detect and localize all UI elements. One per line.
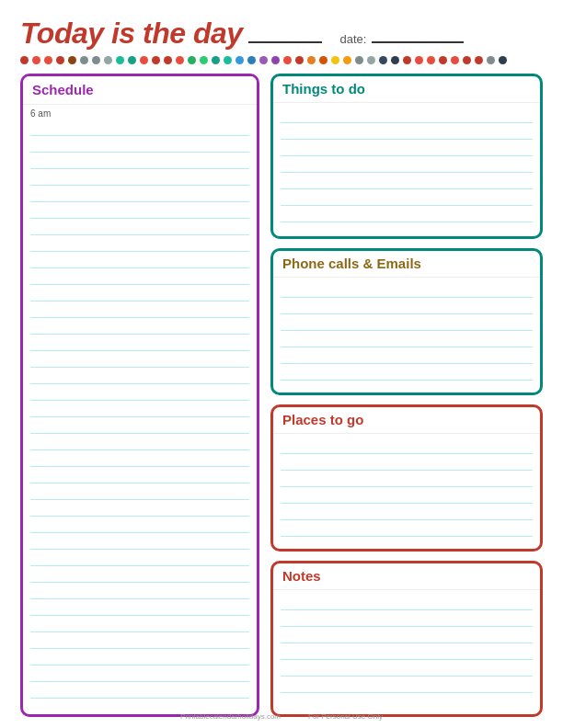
dot xyxy=(343,56,351,64)
things-line xyxy=(281,156,533,173)
schedule-line xyxy=(30,252,249,268)
schedule-line xyxy=(30,351,249,368)
schedule-lines[interactable]: 6 am xyxy=(23,105,257,710)
phone-line xyxy=(281,281,533,298)
dot xyxy=(56,56,64,64)
schedule-line xyxy=(30,169,249,186)
dot xyxy=(367,56,375,64)
schedule-box: Schedule 6 am xyxy=(20,74,259,717)
dot xyxy=(92,56,100,64)
schedule-line xyxy=(30,566,249,583)
schedule-line xyxy=(30,368,249,384)
schedule-line xyxy=(30,417,249,434)
schedule-line xyxy=(30,599,249,616)
schedule-line xyxy=(30,301,249,318)
dot xyxy=(247,56,256,64)
schedule-line xyxy=(30,616,249,632)
notes-title: Notes xyxy=(282,568,321,584)
dot xyxy=(391,56,399,64)
notes-line xyxy=(281,627,533,643)
schedule-line xyxy=(30,202,249,219)
schedule-line xyxy=(30,318,249,335)
schedule-line xyxy=(30,682,249,699)
dot xyxy=(212,56,220,64)
schedule-column: Schedule 6 am xyxy=(20,74,259,717)
places-line xyxy=(281,487,533,504)
schedule-line xyxy=(30,268,249,285)
things-line xyxy=(281,222,533,233)
things-line xyxy=(281,189,533,206)
places-line xyxy=(281,471,533,487)
dot xyxy=(236,56,244,64)
schedule-line xyxy=(30,119,249,136)
places-lines[interactable] xyxy=(273,434,540,546)
dot xyxy=(104,56,112,64)
dot xyxy=(140,56,148,64)
dot xyxy=(331,56,339,64)
dot xyxy=(200,56,208,64)
dot xyxy=(32,56,40,64)
notes-line xyxy=(281,677,533,693)
dot xyxy=(427,56,435,64)
dots-row xyxy=(20,56,543,64)
dot xyxy=(188,56,196,64)
notes-line xyxy=(281,643,533,660)
places-line xyxy=(281,537,533,546)
dot xyxy=(68,56,76,64)
schedule-header: Schedule xyxy=(23,76,257,105)
schedule-line xyxy=(30,235,249,252)
notes-box: Notes xyxy=(270,561,543,717)
schedule-line xyxy=(30,649,249,665)
schedule-line xyxy=(30,500,249,517)
things-to-do-box: Things to do xyxy=(270,74,543,239)
dot xyxy=(415,56,423,64)
schedule-line xyxy=(30,434,249,450)
notes-lines[interactable] xyxy=(273,590,540,711)
dot xyxy=(499,56,507,64)
schedule-line xyxy=(30,219,249,235)
dot xyxy=(224,56,232,64)
things-line xyxy=(281,173,533,189)
phone-line xyxy=(281,331,533,347)
places-line xyxy=(281,520,533,537)
phone-line xyxy=(281,381,533,390)
schedule-line xyxy=(30,533,249,550)
dot xyxy=(475,56,483,64)
notes-line xyxy=(281,594,533,610)
notes-line xyxy=(281,660,533,677)
dot xyxy=(164,56,172,64)
dot xyxy=(307,56,316,64)
dot xyxy=(128,56,136,64)
schedule-line xyxy=(30,136,249,153)
dot xyxy=(80,56,88,64)
date-underline xyxy=(372,41,464,43)
phone-line xyxy=(281,314,533,331)
schedule-line xyxy=(30,384,249,401)
schedule-line xyxy=(30,186,249,202)
dot xyxy=(283,56,292,64)
places-line xyxy=(281,438,533,454)
dot xyxy=(439,56,447,64)
places-line xyxy=(281,504,533,520)
phone-lines[interactable] xyxy=(273,278,540,390)
schedule-line xyxy=(30,335,249,351)
schedule-line xyxy=(30,665,249,682)
footer-left: Printablecalendarholidays.com xyxy=(180,712,281,721)
phone-title: Phone calls & Emails xyxy=(282,256,421,271)
dot xyxy=(403,56,411,64)
things-lines[interactable] xyxy=(273,103,540,233)
phone-emails-box: Phone calls & Emails xyxy=(270,248,543,395)
dot xyxy=(295,56,304,64)
schedule-line xyxy=(30,550,249,566)
dot xyxy=(319,56,327,64)
places-header: Places to go xyxy=(273,407,540,434)
schedule-line xyxy=(30,632,249,649)
places-line xyxy=(281,454,533,471)
date-label: date: xyxy=(340,32,367,46)
things-line xyxy=(281,140,533,156)
schedule-line xyxy=(30,483,249,500)
time-label: 6 am xyxy=(30,108,249,119)
things-line xyxy=(281,206,533,222)
phone-line xyxy=(281,347,533,364)
phone-line xyxy=(281,364,533,381)
